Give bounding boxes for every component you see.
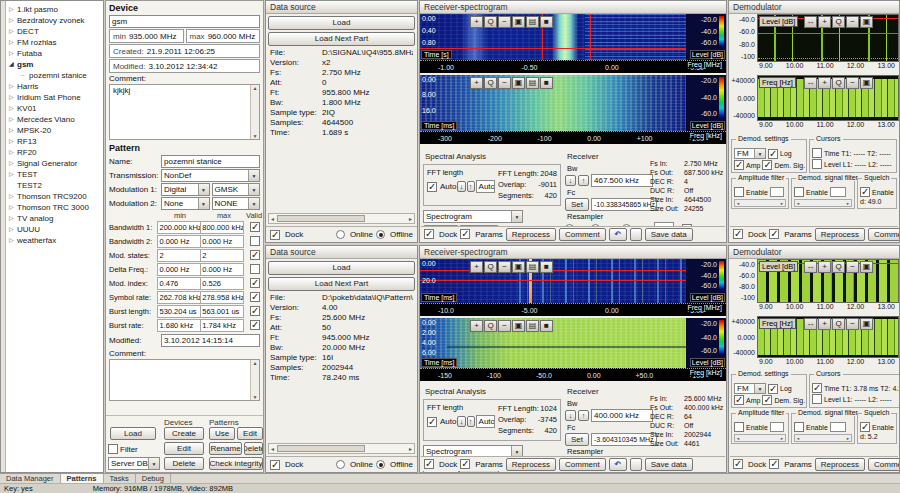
dock-checkbox[interactable] xyxy=(733,229,743,239)
zoom-icon[interactable]: Q xyxy=(832,16,845,28)
dock-checkbox[interactable] xyxy=(424,229,434,239)
fft-increase-icon[interactable]: ↑ xyxy=(467,181,475,192)
pattern-edit-button[interactable]: Edit xyxy=(237,427,263,440)
tree-item[interactable]: RF13 xyxy=(8,136,102,147)
zoom-icon[interactable]: Q xyxy=(832,261,845,273)
squelch-enable-checkbox[interactable] xyxy=(860,422,870,432)
horizontal-scrollbar[interactable]: ◄► xyxy=(268,443,415,454)
dock-checkbox[interactable] xyxy=(424,459,434,469)
time-cursor-checkbox[interactable] xyxy=(812,148,822,158)
amp-filter-slider[interactable]: ◄► xyxy=(734,199,786,207)
pattern-min-cell[interactable]: 0.000 Hz xyxy=(157,235,201,248)
zoom-icon[interactable]: Q xyxy=(484,261,497,273)
modulation2-type-select[interactable]: NONE▼ xyxy=(212,197,261,210)
reprocess-button[interactable]: Reprocess xyxy=(506,228,556,241)
axes-icon[interactable]: ▤ xyxy=(526,77,539,89)
zoom-icon[interactable]: Q xyxy=(832,77,845,89)
tree-item[interactable]: TV analog xyxy=(8,213,102,224)
pattern-min-cell[interactable]: 0.000 Hz xyxy=(157,263,201,276)
stop-icon[interactable]: ■ xyxy=(540,77,553,89)
valid-checkbox[interactable] xyxy=(250,264,260,274)
level-cursor-checkbox[interactable] xyxy=(812,159,822,169)
pattern-max-cell[interactable]: 0.526 xyxy=(200,277,244,290)
level-cursor-checkbox[interactable] xyxy=(812,394,822,404)
load-button[interactable]: Load xyxy=(110,427,156,440)
zoom-out-icon[interactable]: − xyxy=(498,16,511,28)
tree-item[interactable]: TEST2 xyxy=(8,180,102,191)
axes-icon[interactable]: ▤ xyxy=(526,16,539,28)
zoom-out-icon[interactable]: − xyxy=(498,261,511,273)
log-checkbox[interactable] xyxy=(768,384,778,394)
pattern-min-cell[interactable]: 200.000 kHz xyxy=(157,221,201,234)
squelch-line[interactable] xyxy=(758,33,898,34)
params-checkbox[interactable] xyxy=(769,229,779,239)
amp-filter-input[interactable] xyxy=(770,422,784,432)
save-data-button[interactable]: Save data xyxy=(645,228,693,241)
pattern-min-cell[interactable]: 262.708 kHz xyxy=(157,291,201,304)
zoom-in-icon[interactable]: + xyxy=(818,16,831,28)
pattern-min-cell[interactable]: 530.204 us xyxy=(157,305,201,318)
fft-auto-checkbox[interactable] xyxy=(427,417,437,427)
fft-auto-checkbox[interactable] xyxy=(427,182,437,192)
narrowband-spectrogram-plot[interactable]: 0.002.004.006.008.00 + Q − ▣ ▤ ■ Time [m… xyxy=(420,318,686,368)
level-plot[interactable]: Level [dB] ↔ + Q − ▣ xyxy=(757,14,899,62)
cursor-line-horizontal[interactable] xyxy=(420,280,686,281)
pattern-max-cell[interactable]: 0.000 Hz xyxy=(200,263,244,276)
pattern-use-button[interactable]: Use xyxy=(209,427,235,440)
demod-mode-select[interactable]: FM▼ xyxy=(734,148,766,159)
history-box[interactable] xyxy=(630,228,642,241)
dsf-input[interactable] xyxy=(830,187,846,197)
zoom-out-icon[interactable]: − xyxy=(846,261,859,273)
fit-view-icon[interactable]: ▣ xyxy=(860,77,873,89)
pan-icon[interactable]: ↔ xyxy=(804,261,817,273)
dock-checkbox[interactable] xyxy=(733,459,743,469)
panel-title[interactable]: Demodulator xyxy=(729,246,899,259)
frequency-plot[interactable]: Freq [Hz] ↔ + Q − ▣ xyxy=(757,75,899,121)
dsf-input[interactable] xyxy=(830,422,846,432)
bw-increase-icon[interactable]: ↑ xyxy=(578,410,589,421)
dsf-slider[interactable]: ◄► xyxy=(794,199,852,207)
cursor-line-horizontal[interactable] xyxy=(420,48,686,49)
online-radio[interactable] xyxy=(336,230,345,239)
tree-item[interactable]: Thomson TRC 3000 xyxy=(8,202,102,213)
tree-item[interactable]: FM rozhlas xyxy=(8,37,102,48)
zoom-icon[interactable]: Q xyxy=(484,77,497,89)
server-db-select[interactable]: Server DB▼ xyxy=(108,457,160,470)
amp-filter-enable-checkbox[interactable] xyxy=(734,422,744,432)
tree-item[interactable]: Harris xyxy=(8,81,102,92)
tree-item[interactable]: pozemni stanice xyxy=(20,70,102,81)
load-next-part-button[interactable]: Load Next Part xyxy=(268,277,415,291)
zoom-in-icon[interactable]: + xyxy=(470,16,483,28)
valid-checkbox[interactable] xyxy=(250,250,260,260)
panel-title[interactable]: Data source xyxy=(266,1,417,14)
wideband-spectrogram-plot[interactable]: 0.0020.040.0 + Q − ▣ ▤ ■ Time [ms] xyxy=(420,259,686,303)
amp-filter-slider[interactable]: ◄► xyxy=(734,434,786,442)
tree-scrollbar[interactable] xyxy=(1,1,6,472)
comment-button[interactable]: Comment xyxy=(559,228,606,241)
pattern-min-cell[interactable]: 0.476 xyxy=(157,277,201,290)
zoom-in-icon[interactable]: + xyxy=(818,318,831,330)
amp-checkbox[interactable] xyxy=(734,160,744,170)
narrowband-spectrogram-plot[interactable]: 0.008.0016.024.0 + Q − ▣ ▤ ■ Time [ms] xyxy=(420,75,686,131)
view-tab[interactable]: Tasks xyxy=(104,474,136,483)
valid-checkbox[interactable] xyxy=(250,306,260,316)
cursor-line-vertical[interactable] xyxy=(590,14,591,60)
bandwidth-input[interactable]: 400.000 kHz xyxy=(591,409,653,422)
zoom-in-icon[interactable]: + xyxy=(818,261,831,273)
demod-mode-select[interactable]: FM▼ xyxy=(734,383,766,394)
tree-item[interactable]: gsm xyxy=(8,59,102,70)
panel-title[interactable]: Data source xyxy=(266,246,417,259)
device-delete-button[interactable]: Delete xyxy=(164,457,204,470)
cursor-line-horizontal[interactable] xyxy=(420,270,686,271)
device-max-freq-field[interactable]: max960.000 MHz xyxy=(186,29,261,43)
modulation1-class-select[interactable]: Digital▼ xyxy=(161,183,210,196)
stop-icon[interactable]: ■ xyxy=(540,16,553,28)
view-tab[interactable]: Data Manager xyxy=(0,474,61,483)
fit-view-icon[interactable]: ▣ xyxy=(512,16,525,28)
zoom-in-icon[interactable]: + xyxy=(470,261,483,273)
load-button[interactable]: Load xyxy=(268,261,415,275)
pattern-max-cell[interactable]: 800.000 kHz xyxy=(200,221,244,234)
horizontal-scrollbar[interactable]: ◄► xyxy=(268,213,415,224)
set-fc-button[interactable]: Set xyxy=(565,433,589,446)
tree-item[interactable]: UUUU xyxy=(8,224,102,235)
